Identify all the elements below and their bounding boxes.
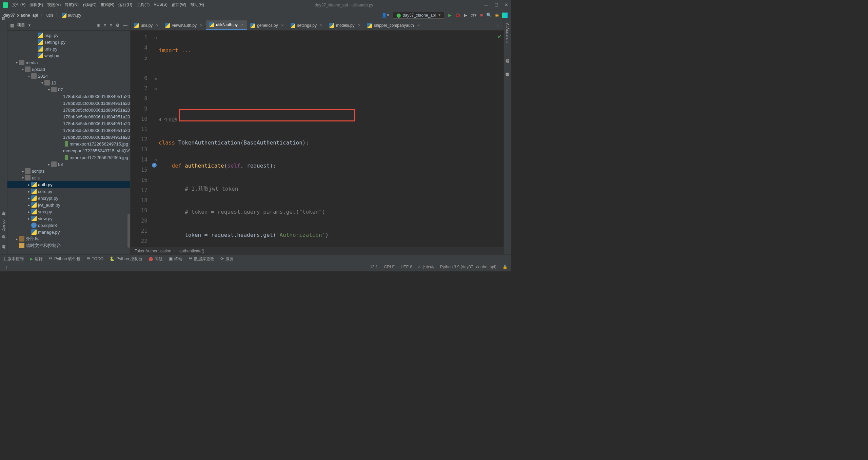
profile-button[interactable]: ◔▾ bbox=[471, 13, 477, 18]
tree-item[interactable]: 178bb3d5cfc06006d1d884951a20f bbox=[7, 120, 130, 127]
close-tab-icon[interactable]: × bbox=[200, 23, 202, 28]
debug-button[interactable]: 🐞 bbox=[455, 13, 460, 18]
tree-item[interactable]: ▾media bbox=[7, 59, 130, 66]
stop-button[interactable]: ■ bbox=[480, 13, 483, 18]
tree-item[interactable]: ▸08 bbox=[7, 161, 130, 168]
editor-tab[interactable]: settings.py× bbox=[287, 20, 326, 30]
tree-item[interactable]: ▾10 bbox=[7, 79, 130, 86]
code-content[interactable]: import ... 4 个用法 class TokenAuthenticati… bbox=[159, 31, 504, 247]
run-button[interactable]: ▶ bbox=[448, 13, 452, 18]
tree-item[interactable]: ▾07 bbox=[7, 86, 130, 93]
close-tab-icon[interactable]: × bbox=[417, 23, 420, 28]
menu-code[interactable]: 代码(C) bbox=[83, 2, 97, 8]
tool-python-packages[interactable]: ☷Python 软件包 bbox=[49, 256, 80, 262]
collapse-all-icon[interactable]: ≡ bbox=[110, 23, 112, 28]
tree-item[interactable]: ▸外部库 bbox=[7, 235, 130, 242]
editor-tab[interactable]: urls.py× bbox=[131, 20, 162, 30]
close-tab-icon[interactable]: × bbox=[320, 23, 322, 28]
project-view-icon[interactable]: ▦ bbox=[10, 23, 14, 28]
menu-refactor[interactable]: 重构(R) bbox=[101, 2, 115, 8]
more-tabs-icon[interactable]: ⋮ bbox=[492, 23, 504, 28]
expand-all-icon[interactable]: ≡ bbox=[104, 23, 106, 28]
maximize-icon[interactable]: ☐ bbox=[494, 2, 498, 7]
tree-item[interactable]: ▾2024 bbox=[7, 73, 130, 79]
tree-item[interactable]: 178bb3d5cfc06006d1d884951a20f bbox=[7, 113, 130, 120]
tree-item[interactable]: ▸jwt_auth.py bbox=[7, 202, 130, 208]
editor-tab[interactable]: views\auth.py× bbox=[162, 20, 206, 30]
close-tab-icon[interactable]: × bbox=[358, 23, 360, 28]
cursor-position[interactable]: 13:1 bbox=[370, 265, 378, 270]
tree-item[interactable]: asgi.py bbox=[7, 32, 130, 39]
close-tab-icon[interactable]: × bbox=[156, 23, 158, 28]
tree-item[interactable]: ▾utils bbox=[7, 174, 130, 181]
tree-item[interactable]: ▸view.py bbox=[7, 215, 130, 222]
tool-todo[interactable]: ☰TODO bbox=[86, 256, 103, 261]
project-tree[interactable]: asgi.pysettings.pyurls.pywsgi.py▾media▾u… bbox=[7, 31, 130, 254]
interpreter[interactable]: Python 3.9 (day37_xiaohe_api) bbox=[440, 265, 496, 270]
close-icon[interactable]: ✕ bbox=[505, 2, 508, 7]
tree-item[interactable]: mmexport1722656252365.jpg bbox=[7, 154, 130, 161]
tree-item[interactable]: ▸scripts bbox=[7, 168, 130, 174]
run-config-selector[interactable]: ⬤ day37_xiaohe_api ▼ bbox=[393, 12, 445, 19]
breadcrumb-project[interactable]: day37_xiaohe_api bbox=[3, 13, 38, 18]
strip-ai[interactable]: AI Assistant bbox=[506, 23, 510, 42]
close-tab-icon[interactable]: × bbox=[281, 23, 284, 28]
tool-run[interactable]: ▶运行 bbox=[30, 256, 43, 262]
menu-view[interactable]: 视图(V) bbox=[47, 2, 61, 8]
toggle-toolwindow-icon[interactable]: ▢ bbox=[3, 265, 7, 270]
menu-edit[interactable]: 编辑(E) bbox=[29, 2, 43, 8]
editor-tab[interactable]: shipper_companyauth× bbox=[364, 20, 423, 30]
close-tab-icon[interactable]: × bbox=[241, 22, 243, 27]
menu-window[interactable]: 窗口(W) bbox=[172, 2, 186, 8]
tree-item[interactable]: 临时文件和控制台 bbox=[7, 242, 130, 249]
tool-python-console[interactable]: 🐍Python 控制台 bbox=[110, 256, 142, 262]
editor-tab[interactable]: utils\auth.py× bbox=[206, 20, 247, 30]
code-editor[interactable]: ✔ 14567891011121314151617181920212223 ⊟⊟… bbox=[131, 31, 504, 247]
override-icon[interactable]: o bbox=[152, 163, 157, 168]
tree-item[interactable]: ▸encrypt.py bbox=[7, 195, 130, 202]
tree-item[interactable]: 178bb3d5cfc06006d1d884951a20f bbox=[7, 127, 130, 134]
tree-item[interactable]: 178bb3d5cfc06006d1d884951a20f bbox=[7, 134, 130, 140]
tool-db-changes[interactable]: ☱数据库更改 bbox=[189, 256, 214, 262]
user-icon[interactable]: 👤▾ bbox=[381, 13, 389, 18]
tool-vcs[interactable]: ᛦ版本控制 bbox=[3, 256, 24, 262]
tree-item[interactable]: 178bb3d5cfc06006d1d884951a20f bbox=[7, 100, 130, 107]
tree-item[interactable]: ▸cors.py bbox=[7, 188, 130, 195]
menu-file[interactable]: 文件(F) bbox=[12, 2, 25, 8]
hide-icon[interactable]: — bbox=[123, 23, 127, 28]
menu-help[interactable]: 帮助(H) bbox=[190, 2, 204, 8]
line-separator[interactable]: CRLF bbox=[384, 265, 395, 270]
strip-django[interactable]: Django 结构 bbox=[1, 218, 6, 231]
menu-vcs[interactable]: VCS(S) bbox=[154, 2, 167, 8]
tree-item[interactable]: 178bb3d5cfc06006d1d884951a20f bbox=[7, 107, 130, 113]
tree-item[interactable]: 178bb3d5cfc06006d1d884951a20f bbox=[7, 93, 130, 100]
coverage-button[interactable]: ▶ bbox=[464, 13, 467, 18]
menu-tools[interactable]: 工具(T) bbox=[136, 2, 150, 8]
editor-tab[interactable]: generics.py× bbox=[247, 20, 287, 30]
tree-item[interactable]: urls.py bbox=[7, 45, 130, 52]
tool-services[interactable]: ⟳服务 bbox=[220, 256, 234, 262]
tree-item[interactable]: wsgi.py bbox=[7, 52, 130, 59]
encoding[interactable]: UTF-8 bbox=[401, 265, 412, 270]
codewithme-icon[interactable] bbox=[502, 13, 508, 18]
settings-icon[interactable]: ⚙ bbox=[116, 23, 120, 28]
tool-terminal[interactable]: ▣终端 bbox=[169, 256, 182, 262]
lock-icon[interactable]: 🔓 bbox=[502, 265, 508, 270]
tree-item[interactable]: ▾upload bbox=[7, 66, 130, 73]
tool-problems[interactable]: ⬤问题 bbox=[149, 256, 163, 262]
indent[interactable]: 4 个空格 bbox=[418, 265, 434, 270]
usage-hint[interactable]: 4 个用法 bbox=[159, 115, 504, 125]
tree-item[interactable]: mmexport1722656249715_yhIQVV bbox=[7, 147, 130, 154]
breadcrumb-folder[interactable]: utils bbox=[46, 13, 54, 18]
tree-item[interactable]: db.sqlite3 bbox=[7, 222, 130, 229]
tree-item[interactable]: ▸sms.py bbox=[7, 208, 130, 215]
tree-item[interactable]: settings.py bbox=[7, 39, 130, 45]
tree-item[interactable]: ▸auth.py bbox=[7, 181, 130, 188]
editor-tab[interactable]: models.py× bbox=[326, 20, 364, 30]
tree-item[interactable]: mmexport1722656249715.jpg bbox=[7, 140, 130, 147]
breadcrumb-class[interactable]: TokenAuthentication bbox=[135, 249, 171, 253]
menu-navigate[interactable]: 导航(N) bbox=[65, 2, 79, 8]
sidebar-title[interactable]: 项目 bbox=[17, 22, 25, 28]
chevron-down-icon[interactable]: ▼ bbox=[28, 23, 31, 27]
scrollbar-thumb[interactable] bbox=[127, 214, 130, 248]
